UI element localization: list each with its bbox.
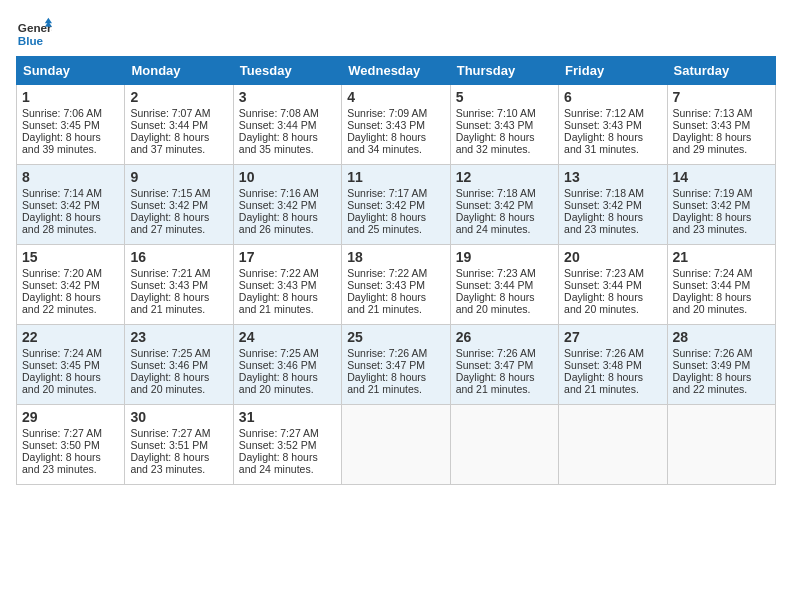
daylight: Daylight: 8 hours and 23 minutes. — [673, 211, 752, 235]
day-number: 20 — [564, 249, 661, 265]
daylight: Daylight: 8 hours and 21 minutes. — [347, 371, 426, 395]
daylight: Daylight: 8 hours and 35 minutes. — [239, 131, 318, 155]
sunset: Sunset: 3:52 PM — [239, 439, 317, 451]
column-header-friday: Friday — [559, 57, 667, 85]
daylight: Daylight: 8 hours and 21 minutes. — [456, 371, 535, 395]
calendar-cell — [450, 405, 558, 485]
sunset: Sunset: 3:43 PM — [347, 279, 425, 291]
calendar-cell: 13Sunrise: 7:18 AMSunset: 3:42 PMDayligh… — [559, 165, 667, 245]
sunrise: Sunrise: 7:18 AM — [456, 187, 536, 199]
sunrise: Sunrise: 7:19 AM — [673, 187, 753, 199]
calendar-cell: 28Sunrise: 7:26 AMSunset: 3:49 PMDayligh… — [667, 325, 775, 405]
day-number: 13 — [564, 169, 661, 185]
sunrise: Sunrise: 7:25 AM — [239, 347, 319, 359]
day-number: 17 — [239, 249, 336, 265]
day-number: 6 — [564, 89, 661, 105]
sunset: Sunset: 3:43 PM — [456, 119, 534, 131]
sunset: Sunset: 3:48 PM — [564, 359, 642, 371]
sunrise: Sunrise: 7:23 AM — [564, 267, 644, 279]
logo-icon: General Blue — [16, 16, 52, 52]
calendar-cell: 17Sunrise: 7:22 AMSunset: 3:43 PMDayligh… — [233, 245, 341, 325]
calendar-cell: 18Sunrise: 7:22 AMSunset: 3:43 PMDayligh… — [342, 245, 450, 325]
calendar-cell: 1Sunrise: 7:06 AMSunset: 3:45 PMDaylight… — [17, 85, 125, 165]
daylight: Daylight: 8 hours and 21 minutes. — [347, 291, 426, 315]
calendar-cell — [667, 405, 775, 485]
calendar-cell: 16Sunrise: 7:21 AMSunset: 3:43 PMDayligh… — [125, 245, 233, 325]
week-row-4: 22Sunrise: 7:24 AMSunset: 3:45 PMDayligh… — [17, 325, 776, 405]
day-number: 14 — [673, 169, 770, 185]
sunrise: Sunrise: 7:22 AM — [347, 267, 427, 279]
calendar-table: SundayMondayTuesdayWednesdayThursdayFrid… — [16, 56, 776, 485]
calendar-cell: 31Sunrise: 7:27 AMSunset: 3:52 PMDayligh… — [233, 405, 341, 485]
sunset: Sunset: 3:46 PM — [130, 359, 208, 371]
sunset: Sunset: 3:43 PM — [239, 279, 317, 291]
daylight: Daylight: 8 hours and 28 minutes. — [22, 211, 101, 235]
day-number: 26 — [456, 329, 553, 345]
daylight: Daylight: 8 hours and 26 minutes. — [239, 211, 318, 235]
daylight: Daylight: 8 hours and 24 minutes. — [456, 211, 535, 235]
calendar-cell: 2Sunrise: 7:07 AMSunset: 3:44 PMDaylight… — [125, 85, 233, 165]
day-number: 24 — [239, 329, 336, 345]
day-number: 31 — [239, 409, 336, 425]
daylight: Daylight: 8 hours and 23 minutes. — [22, 451, 101, 475]
calendar-cell: 24Sunrise: 7:25 AMSunset: 3:46 PMDayligh… — [233, 325, 341, 405]
column-header-wednesday: Wednesday — [342, 57, 450, 85]
week-row-2: 8Sunrise: 7:14 AMSunset: 3:42 PMDaylight… — [17, 165, 776, 245]
day-number: 3 — [239, 89, 336, 105]
sunrise: Sunrise: 7:21 AM — [130, 267, 210, 279]
sunset: Sunset: 3:42 PM — [564, 199, 642, 211]
day-number: 11 — [347, 169, 444, 185]
sunrise: Sunrise: 7:09 AM — [347, 107, 427, 119]
sunrise: Sunrise: 7:15 AM — [130, 187, 210, 199]
daylight: Daylight: 8 hours and 21 minutes. — [130, 291, 209, 315]
sunset: Sunset: 3:42 PM — [130, 199, 208, 211]
daylight: Daylight: 8 hours and 24 minutes. — [239, 451, 318, 475]
daylight: Daylight: 8 hours and 23 minutes. — [130, 451, 209, 475]
sunrise: Sunrise: 7:27 AM — [239, 427, 319, 439]
day-number: 4 — [347, 89, 444, 105]
svg-text:Blue: Blue — [18, 34, 44, 47]
daylight: Daylight: 8 hours and 27 minutes. — [130, 211, 209, 235]
day-number: 1 — [22, 89, 119, 105]
sunset: Sunset: 3:44 PM — [130, 119, 208, 131]
sunset: Sunset: 3:47 PM — [347, 359, 425, 371]
sunset: Sunset: 3:43 PM — [347, 119, 425, 131]
sunset: Sunset: 3:51 PM — [130, 439, 208, 451]
calendar-cell: 12Sunrise: 7:18 AMSunset: 3:42 PMDayligh… — [450, 165, 558, 245]
sunset: Sunset: 3:42 PM — [456, 199, 534, 211]
calendar-cell: 10Sunrise: 7:16 AMSunset: 3:42 PMDayligh… — [233, 165, 341, 245]
day-number: 9 — [130, 169, 227, 185]
daylight: Daylight: 8 hours and 22 minutes. — [673, 371, 752, 395]
day-number: 28 — [673, 329, 770, 345]
sunrise: Sunrise: 7:26 AM — [347, 347, 427, 359]
calendar-cell: 22Sunrise: 7:24 AMSunset: 3:45 PMDayligh… — [17, 325, 125, 405]
daylight: Daylight: 8 hours and 23 minutes. — [564, 211, 643, 235]
sunrise: Sunrise: 7:26 AM — [456, 347, 536, 359]
day-number: 23 — [130, 329, 227, 345]
daylight: Daylight: 8 hours and 39 minutes. — [22, 131, 101, 155]
calendar-cell: 14Sunrise: 7:19 AMSunset: 3:42 PMDayligh… — [667, 165, 775, 245]
sunset: Sunset: 3:42 PM — [347, 199, 425, 211]
week-row-5: 29Sunrise: 7:27 AMSunset: 3:50 PMDayligh… — [17, 405, 776, 485]
calendar-cell: 25Sunrise: 7:26 AMSunset: 3:47 PMDayligh… — [342, 325, 450, 405]
sunset: Sunset: 3:44 PM — [456, 279, 534, 291]
column-header-tuesday: Tuesday — [233, 57, 341, 85]
daylight: Daylight: 8 hours and 21 minutes. — [239, 291, 318, 315]
daylight: Daylight: 8 hours and 34 minutes. — [347, 131, 426, 155]
sunset: Sunset: 3:43 PM — [673, 119, 751, 131]
day-number: 19 — [456, 249, 553, 265]
sunrise: Sunrise: 7:10 AM — [456, 107, 536, 119]
calendar-cell: 3Sunrise: 7:08 AMSunset: 3:44 PMDaylight… — [233, 85, 341, 165]
sunset: Sunset: 3:46 PM — [239, 359, 317, 371]
daylight: Daylight: 8 hours and 22 minutes. — [22, 291, 101, 315]
calendar-cell: 23Sunrise: 7:25 AMSunset: 3:46 PMDayligh… — [125, 325, 233, 405]
daylight: Daylight: 8 hours and 32 minutes. — [456, 131, 535, 155]
sunset: Sunset: 3:43 PM — [564, 119, 642, 131]
daylight: Daylight: 8 hours and 20 minutes. — [673, 291, 752, 315]
sunset: Sunset: 3:49 PM — [673, 359, 751, 371]
sunset: Sunset: 3:44 PM — [564, 279, 642, 291]
day-number: 29 — [22, 409, 119, 425]
header-row: SundayMondayTuesdayWednesdayThursdayFrid… — [17, 57, 776, 85]
sunrise: Sunrise: 7:14 AM — [22, 187, 102, 199]
sunset: Sunset: 3:42 PM — [22, 199, 100, 211]
